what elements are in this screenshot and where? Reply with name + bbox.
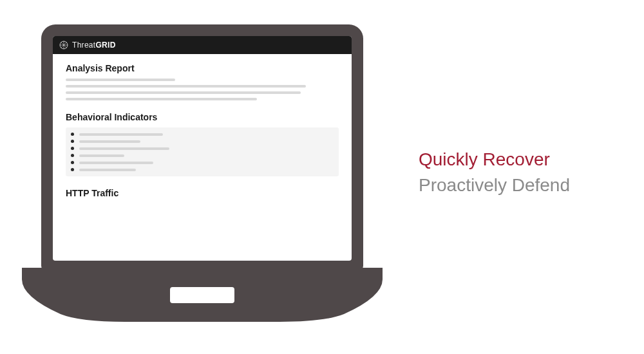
list-item	[71, 168, 334, 171]
marketing-copy: Quickly Recover Proactively Defend	[419, 148, 625, 198]
analysis-text-placeholder	[66, 79, 339, 100]
threatgrid-logo-icon	[59, 41, 68, 50]
text-line	[66, 98, 257, 100]
section-title-behavioral: Behavioral Indicators	[66, 112, 339, 122]
text-line	[79, 140, 140, 143]
brand-suffix: GRID	[95, 41, 115, 50]
bullet-icon	[71, 154, 74, 157]
bullet-icon	[71, 133, 74, 136]
bullet-icon	[71, 168, 74, 171]
behavioral-block	[66, 127, 339, 176]
report-body: Analysis Report Behavioral Indicators	[53, 54, 352, 210]
brand-prefix: Threat	[72, 41, 95, 50]
bullet-icon	[71, 140, 74, 143]
list-item	[71, 140, 334, 143]
list-item	[71, 161, 334, 164]
text-line	[66, 79, 175, 81]
section-title-analysis: Analysis Report	[66, 63, 339, 73]
laptop-lid: ThreatGRID Analysis Report Behavioral In…	[41, 24, 363, 272]
text-line	[79, 133, 163, 136]
behavioral-list	[71, 133, 334, 171]
text-line	[79, 147, 169, 150]
text-line	[66, 91, 301, 94]
text-line	[79, 154, 124, 157]
list-item	[71, 133, 334, 136]
app-screen: ThreatGRID Analysis Report Behavioral In…	[53, 36, 352, 261]
headline-primary: Quickly Recover	[419, 148, 625, 171]
text-line	[66, 85, 306, 88]
laptop-base	[22, 268, 383, 322]
slide-stage: ThreatGRID Analysis Report Behavioral In…	[0, 0, 644, 354]
trackpad	[170, 287, 234, 303]
list-item	[71, 154, 334, 157]
brand-name: ThreatGRID	[72, 41, 116, 50]
text-line	[79, 169, 136, 171]
headline-secondary: Proactively Defend	[419, 174, 625, 197]
laptop-illustration: ThreatGRID Analysis Report Behavioral In…	[22, 24, 383, 333]
bullet-icon	[71, 147, 74, 150]
section-title-http: HTTP Traffic	[66, 188, 339, 198]
text-line	[79, 162, 153, 164]
list-item	[71, 147, 334, 150]
bullet-icon	[71, 161, 74, 164]
app-header: ThreatGRID	[53, 36, 352, 54]
